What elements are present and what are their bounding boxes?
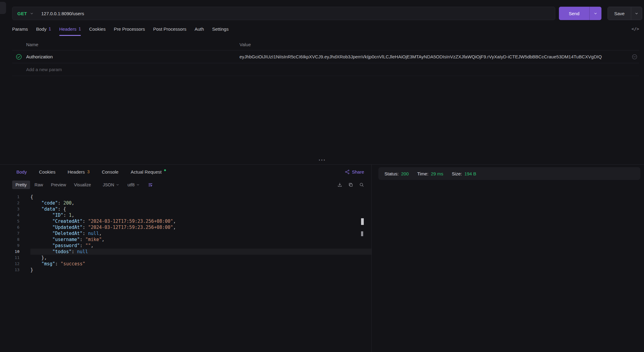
mode-raw-button[interactable]: Raw xyxy=(31,181,46,189)
url-input[interactable] xyxy=(39,7,555,20)
add-param-row[interactable]: Add a new param xyxy=(12,63,639,76)
line-number: 12 xyxy=(0,261,19,267)
search-icon[interactable] xyxy=(359,182,364,187)
code-token: : { xyxy=(58,206,66,212)
tab-response-console[interactable]: Console xyxy=(102,169,119,174)
code-token: 200 xyxy=(63,200,71,206)
tab-auth[interactable]: Auth xyxy=(195,21,204,36)
time-badge: Time: 29 ms xyxy=(417,171,443,176)
row-enabled-check-icon[interactable] xyxy=(12,54,26,60)
chevron-down-icon xyxy=(136,183,139,186)
line-number: 2 xyxy=(0,200,19,206)
tab-cookies[interactable]: Cookies xyxy=(89,21,105,36)
code-line[interactable]: "DeletedAt": null, xyxy=(30,230,371,236)
code-token: : xyxy=(80,243,85,248)
response-tabs: Body Cookies Headers 3 Console Actual Re… xyxy=(0,165,371,179)
code-token xyxy=(30,243,52,248)
send-button[interactable]: Send xyxy=(559,7,589,20)
response-summary: Status: 200 Time: 29 ms Size: 194 B xyxy=(378,167,640,180)
code-token xyxy=(30,212,52,218)
code-token: : xyxy=(71,249,77,254)
code-line[interactable]: { xyxy=(30,194,371,200)
tab-response-headers[interactable]: Headers 3 xyxy=(67,169,90,174)
code-token xyxy=(30,261,41,267)
tab-pre-processors[interactable]: Pre Processors xyxy=(114,21,145,36)
code-token: "username" xyxy=(52,237,80,242)
code-line[interactable]: "CreatedAt": "2024-03-12T17:59:23.256+08… xyxy=(30,218,371,224)
tab-label: Console xyxy=(102,169,119,174)
header-name-cell[interactable]: Authorization xyxy=(26,54,239,59)
code-line[interactable]: } xyxy=(30,267,371,273)
line-number: 1 xyxy=(0,194,19,200)
tab-label: Body xyxy=(36,26,46,32)
code-line[interactable]: "data": { xyxy=(30,206,371,212)
pane-resize-handle[interactable]: ⋯ xyxy=(318,157,326,162)
copy-icon[interactable] xyxy=(348,182,353,187)
tab-count-badge: 1 xyxy=(78,26,81,31)
share-label: Share xyxy=(352,169,364,174)
save-button[interactable]: Save xyxy=(608,7,631,20)
tab-post-processors[interactable]: Post Processors xyxy=(153,21,186,36)
code-line[interactable]: "UpdatedAt": "2024-03-12T17:59:23.256+08… xyxy=(30,224,371,230)
remove-row-icon[interactable] xyxy=(632,54,637,60)
share-button[interactable]: Share xyxy=(345,169,364,174)
code-token: "data" xyxy=(41,206,58,212)
save-options-button[interactable] xyxy=(631,7,642,20)
line-number: 7 xyxy=(0,230,19,236)
code-token xyxy=(30,225,52,230)
code-token: "CreatedAt" xyxy=(52,219,82,224)
status-badge: Status: 200 xyxy=(384,171,409,176)
tab-params[interactable]: Params xyxy=(12,21,28,36)
encoding-select[interactable]: utf8 xyxy=(128,182,139,187)
tab-label: Settings xyxy=(212,26,229,32)
language-select[interactable]: JSON xyxy=(103,182,119,187)
tab-label: Post Processors xyxy=(153,26,186,32)
code-line[interactable]: "code": 200, xyxy=(30,200,371,206)
response-editor[interactable]: 12345678910111213 { "code": 200, "data":… xyxy=(0,191,371,352)
word-wrap-icon[interactable] xyxy=(148,182,153,187)
code-token: "code" xyxy=(41,200,58,206)
code-token: "mike" xyxy=(85,237,102,242)
code-line[interactable]: }, xyxy=(30,255,371,261)
code-token: , xyxy=(173,225,176,230)
code-token xyxy=(30,219,52,224)
time-label: Time: xyxy=(417,171,429,176)
api-client-window: GET Send Save xyxy=(0,0,644,352)
viewer-toolbar: Pretty Raw Preview Visualize JSON utf8 xyxy=(0,179,371,191)
tab-actual-request[interactable]: Actual Request xyxy=(131,169,166,174)
tab-response-body[interactable]: Body xyxy=(16,169,27,174)
download-icon[interactable] xyxy=(337,182,342,187)
code-line[interactable]: "todos": null xyxy=(30,249,371,255)
code-token: "ID" xyxy=(52,212,63,218)
method-select[interactable]: GET xyxy=(12,7,39,20)
code-line[interactable]: "msg": "success" xyxy=(30,261,371,267)
response-meta-pane: Status: 200 Time: 29 ms Size: 194 B xyxy=(372,165,644,352)
tab-label: Actual Request xyxy=(131,169,162,174)
tab-body[interactable]: Body 1 xyxy=(36,21,51,36)
send-button-group: Send xyxy=(559,7,601,20)
tab-response-cookies[interactable]: Cookies xyxy=(39,169,55,174)
code-token xyxy=(30,231,52,236)
code-token: { xyxy=(30,194,33,200)
request-bar: GET Send Save xyxy=(12,7,642,20)
column-name: Name xyxy=(26,42,239,47)
code-line[interactable]: "password": "", xyxy=(30,243,371,249)
mode-preview-button[interactable]: Preview xyxy=(48,181,70,189)
tab-headers[interactable]: Headers 1 xyxy=(59,21,81,36)
code-line[interactable]: "ID": 1, xyxy=(30,212,371,218)
line-number: 13 xyxy=(0,267,19,273)
code-snippet-icon[interactable]: </> xyxy=(632,26,639,31)
tab-count-badge: 3 xyxy=(87,169,90,174)
tab-settings[interactable]: Settings xyxy=(212,21,229,36)
mode-pretty-button[interactable]: Pretty xyxy=(12,181,30,189)
status-value: 200 xyxy=(401,171,409,176)
code-line[interactable]: "username": "mike", xyxy=(30,236,371,243)
mode-visualize-button[interactable]: Visualize xyxy=(71,181,94,189)
tab-count-badge: 1 xyxy=(49,26,51,31)
code-token: : xyxy=(80,237,85,242)
send-options-button[interactable] xyxy=(589,7,601,20)
response-panel: Body Cookies Headers 3 Console Actual Re… xyxy=(0,165,644,352)
header-value-cell[interactable]: eyJhbGciOiJIUzI1NiIsInR5cCI6IkpXVCJ9.eyJ… xyxy=(239,54,628,59)
code-token xyxy=(30,200,41,206)
sidebar-collapsed-handle[interactable] xyxy=(0,2,6,14)
